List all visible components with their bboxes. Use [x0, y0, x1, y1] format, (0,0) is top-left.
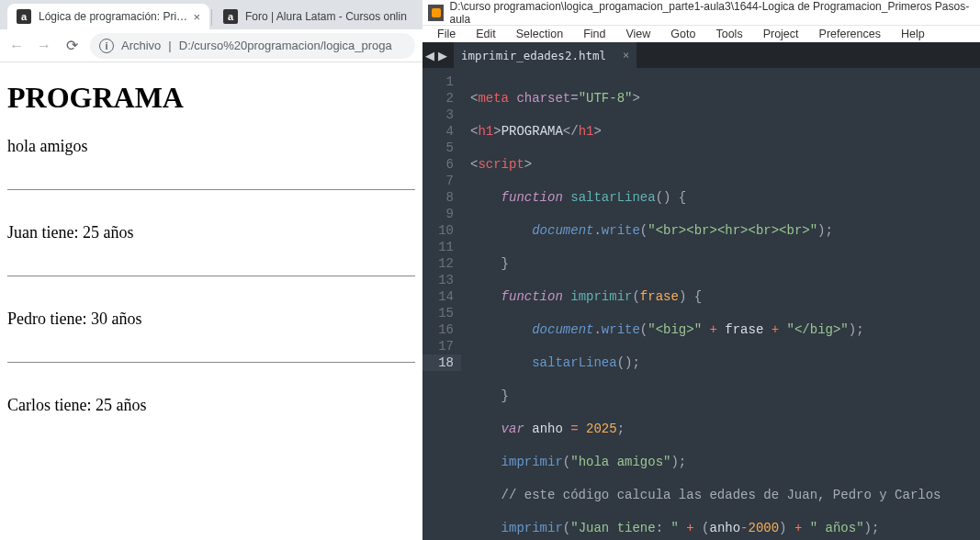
- reload-icon[interactable]: ⟳: [62, 37, 81, 54]
- tab-2[interactable]: a Foro | Alura Latam - Cursos onlin: [214, 4, 416, 29]
- address-label: Archivo: [121, 39, 161, 52]
- tab-separator: [211, 9, 212, 26]
- close-icon[interactable]: ×: [193, 10, 200, 24]
- code-editor[interactable]: 1234 5678 9101112 13141516 1718 <meta ch…: [422, 68, 980, 540]
- menu-bar: File Edit Selection Find View Goto Tools…: [422, 26, 980, 42]
- menu-preferences[interactable]: Preferences: [810, 26, 890, 42]
- favicon-icon: a: [17, 9, 31, 24]
- page-content: PROGRAMA hola amigos Juan tiene: 25 años…: [0, 62, 422, 424]
- address-sep: |: [168, 39, 171, 52]
- editor-tab[interactable]: imprimir_edades2.html ×: [454, 42, 636, 68]
- tab-label: Foro | Alura Latam - Cursos onlin: [245, 10, 407, 23]
- menu-goto[interactable]: Goto: [661, 26, 704, 42]
- forward-icon[interactable]: →: [35, 38, 53, 54]
- output-line: Juan tiene: 25 años: [7, 223, 415, 242]
- menu-view[interactable]: View: [616, 26, 659, 42]
- line-number-gutter: 1234 5678 9101112 13141516 1718: [422, 68, 461, 540]
- window-titlebar[interactable]: D:\curso programacion\logica_progamacion…: [422, 0, 980, 26]
- menu-tools[interactable]: Tools: [706, 26, 751, 42]
- menu-selection[interactable]: Selection: [507, 26, 572, 42]
- toolbar: ← → ⟳ i Archivo | D:/curso%20programacio…: [0, 29, 422, 62]
- close-icon[interactable]: ×: [623, 49, 629, 62]
- info-icon[interactable]: i: [99, 39, 114, 53]
- editor-tabstrip: imprimir_edades2.html ×: [422, 42, 980, 68]
- window-title: D:\curso programacion\logica_progamacion…: [449, 0, 974, 26]
- sublime-app-icon: [428, 5, 444, 21]
- tab-label: Lógica de programación: Primero: [39, 10, 187, 23]
- sublime-window: D:\curso programacion\logica_progamacion…: [422, 0, 980, 540]
- output-line: Pedro tiene: 30 años: [7, 309, 415, 329]
- sidebar-toggle-icon[interactable]: ◀ ▶: [422, 42, 450, 68]
- output-line: Carlos tiene: 25 años: [7, 396, 415, 415]
- menu-help[interactable]: Help: [892, 26, 934, 42]
- menu-edit[interactable]: Edit: [467, 26, 505, 42]
- editor-body: ◀ ▶ imprimir_edades2.html × 1234 5678 91…: [422, 42, 980, 540]
- address-path: D:/curso%20programacion/logica_proga: [179, 39, 392, 52]
- output-line: hola amigos: [7, 137, 415, 156]
- address-bar[interactable]: i Archivo | D:/curso%20programacion/logi…: [90, 33, 415, 59]
- menu-find[interactable]: Find: [574, 26, 614, 42]
- code-area[interactable]: <meta charset="UTF-8"> <h1>PROGRAMA</h1>…: [461, 68, 980, 540]
- menu-project[interactable]: Project: [754, 26, 808, 42]
- tab-1[interactable]: a Lógica de programación: Primero ×: [7, 4, 209, 29]
- tab-strip: a Lógica de programación: Primero × a Fo…: [0, 0, 422, 29]
- back-icon[interactable]: ←: [7, 38, 26, 54]
- chrome-window: a Lógica de programación: Primero × a Fo…: [0, 0, 422, 540]
- favicon-icon: a: [223, 9, 238, 24]
- menu-file[interactable]: File: [428, 26, 465, 42]
- editor-tab-label: imprimir_edades2.html: [461, 49, 606, 62]
- page-title: PROGRAMA: [7, 81, 415, 115]
